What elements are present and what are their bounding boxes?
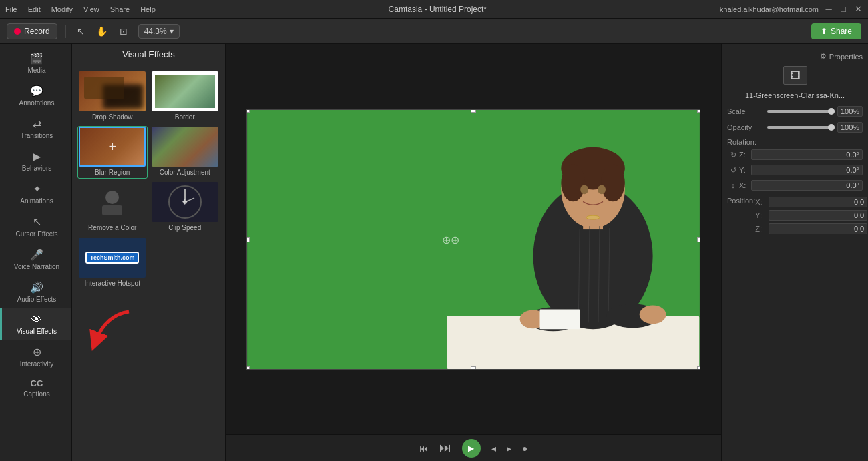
sidebar-item-audio[interactable]: 🔊 Audio Effects bbox=[0, 276, 71, 308]
share-label: Share bbox=[831, 27, 852, 36]
position-inputs: X: Y: Z: bbox=[755, 197, 867, 234]
sidebar-item-label-behaviors: Behaviors bbox=[22, 165, 51, 172]
menu-view[interactable]: View bbox=[83, 5, 99, 13]
handle-tc[interactable] bbox=[471, 109, 476, 113]
menu-edit[interactable]: Edit bbox=[28, 5, 41, 13]
pointer-tool[interactable]: ↖ bbox=[74, 25, 87, 38]
sidebar-item-captions[interactable]: CC Captions bbox=[0, 373, 71, 403]
svg-point-15 bbox=[580, 185, 588, 194]
rotation-label: Rotation: bbox=[727, 138, 756, 146]
marker-add-button[interactable]: ● bbox=[522, 443, 527, 454]
effect-remove-color[interactable]: Remove a Color bbox=[77, 181, 148, 234]
minimize-button[interactable]: ─ bbox=[824, 5, 833, 14]
sidebar-item-cursor[interactable]: ↖ Cursor Effects bbox=[0, 210, 71, 243]
rotation-label-row: Rotation: bbox=[727, 138, 863, 146]
effect-label-border: Border bbox=[175, 111, 195, 123]
opacity-value[interactable]: 100% bbox=[837, 122, 863, 133]
sidebar-item-visual[interactable]: 👁 Visual Effects bbox=[0, 308, 71, 340]
effect-blur-region[interactable]: + Blur Region bbox=[77, 126, 148, 179]
preview-canvas: ⊕⊕ bbox=[226, 44, 721, 434]
effect-label-drop-shadow: Drop Shadow bbox=[92, 111, 133, 123]
properties-button[interactable]: ⚙ Properties bbox=[820, 52, 863, 61]
annotations-icon: 💬 bbox=[30, 85, 43, 97]
sidebar-item-label-audio: Audio Effects bbox=[17, 296, 57, 303]
effect-thumb-speed: + bbox=[152, 182, 218, 222]
menu-help[interactable]: Help bbox=[140, 5, 156, 13]
handle-bl[interactable] bbox=[246, 366, 250, 370]
effect-thumb-drop-shadow bbox=[79, 71, 146, 111]
menu-bar[interactable]: File Edit Modify View Share Help bbox=[5, 5, 156, 13]
video-frame[interactable]: ⊕⊕ bbox=[246, 109, 700, 370]
svg-rect-1 bbox=[102, 205, 122, 215]
scale-label: Scale bbox=[727, 107, 767, 115]
effect-clip-speed[interactable]: + Clip Speed bbox=[150, 181, 220, 234]
sidebar-item-animations[interactable]: ✦ Animations bbox=[0, 177, 71, 210]
svg-point-13 bbox=[561, 164, 585, 201]
user-account[interactable]: khaled.alkhudar@hotmail.com bbox=[720, 5, 819, 13]
effect-thumb-hotspot: TechSmith.com bbox=[79, 238, 146, 278]
transitions-icon: ⇄ bbox=[33, 117, 41, 130]
rotation-x-input[interactable] bbox=[751, 180, 863, 191]
scale-slider[interactable] bbox=[767, 110, 835, 113]
sidebar-item-label-captions: Captions bbox=[23, 390, 49, 398]
play-button[interactable]: ▶ bbox=[462, 439, 481, 458]
hand-tool[interactable]: ✋ bbox=[95, 25, 109, 38]
effect-color-adjustment[interactable]: Color Adjustment bbox=[150, 126, 220, 179]
menu-modify[interactable]: Modify bbox=[51, 5, 73, 13]
next-marker-button[interactable]: ▸ bbox=[507, 443, 511, 454]
step-back-button[interactable]: ⏮ bbox=[419, 443, 429, 454]
opacity-slider-wrap: 100% bbox=[767, 122, 863, 133]
sidebar: 🎬 Media 💬 Annotations ⇄ Transitions ▶ Be… bbox=[0, 44, 72, 461]
handle-mr[interactable] bbox=[697, 237, 700, 242]
sidebar-item-transitions[interactable]: ⇄ Transitions bbox=[0, 112, 71, 145]
handle-tl[interactable] bbox=[246, 109, 250, 113]
arrow-container bbox=[72, 295, 225, 364]
prev-marker-button[interactable]: ◂ bbox=[491, 443, 496, 454]
trim-tool[interactable]: ⊡ bbox=[117, 25, 130, 38]
effect-interactive-hotspot[interactable]: TechSmith.com Interactive Hotspot bbox=[77, 237, 148, 290]
effect-border[interactable]: Border bbox=[150, 71, 220, 123]
opacity-row: Opacity 100% bbox=[727, 122, 863, 133]
scale-value[interactable]: 100% bbox=[837, 106, 863, 117]
handle-tr[interactable] bbox=[697, 109, 700, 113]
captions-icon: CC bbox=[31, 378, 43, 388]
sidebar-item-annotations[interactable]: 💬 Annotations bbox=[0, 79, 71, 112]
handle-ml[interactable] bbox=[246, 237, 250, 242]
rotation-z-input[interactable] bbox=[751, 149, 863, 160]
share-button[interactable]: ⬆ Share bbox=[811, 23, 861, 39]
sidebar-item-narration[interactable]: 🎤 Voice Narration bbox=[0, 243, 71, 276]
sidebar-item-media[interactable]: 🎬 Media bbox=[0, 47, 71, 79]
frame-back-button[interactable]: ⏭ bbox=[439, 441, 451, 455]
effect-label-color: Color Adjustment bbox=[160, 167, 210, 178]
zoom-dropdown-icon: ▾ bbox=[170, 27, 174, 36]
clip-icon-row: 🎞 bbox=[727, 66, 863, 85]
close-button[interactable]: ✕ bbox=[853, 5, 863, 14]
handle-bc[interactable] bbox=[471, 366, 476, 370]
narration-icon: 🎤 bbox=[30, 248, 43, 261]
rotation-z-icon: ↻ bbox=[727, 149, 739, 161]
effect-thumb-color bbox=[152, 127, 218, 167]
rotation-y-label: Y: bbox=[739, 166, 751, 174]
zoom-control[interactable]: 44.3% ▾ bbox=[138, 24, 180, 39]
scale-row: Scale 100% bbox=[727, 106, 863, 117]
rotation-y-input[interactable] bbox=[751, 165, 863, 175]
position-y-input[interactable] bbox=[769, 210, 867, 221]
rotation-y-icon: ↺ bbox=[727, 164, 739, 176]
maximize-button[interactable]: □ bbox=[839, 5, 848, 14]
rotation-x-row: ↕ X: bbox=[727, 179, 863, 191]
position-z-input[interactable] bbox=[769, 223, 867, 234]
opacity-slider[interactable] bbox=[767, 126, 835, 129]
menu-share[interactable]: Share bbox=[110, 5, 130, 13]
menu-file[interactable]: File bbox=[5, 5, 17, 13]
svg-rect-26 bbox=[539, 309, 580, 329]
position-z-label: Z: bbox=[755, 225, 766, 233]
effect-label-remove: Remove a Color bbox=[88, 222, 136, 234]
sidebar-item-label-visual: Visual Effects bbox=[17, 328, 57, 335]
effect-drop-shadow[interactable]: Drop Shadow bbox=[77, 71, 148, 123]
record-button[interactable]: Record bbox=[7, 23, 57, 39]
handle-br[interactable] bbox=[697, 366, 700, 370]
sidebar-item-behaviors[interactable]: ▶ Behaviors bbox=[0, 145, 71, 177]
position-x-input[interactable] bbox=[769, 197, 867, 207]
sidebar-item-interactivity[interactable]: ⊕ Interactivity bbox=[0, 340, 71, 373]
effect-label-hotspot: Interactive Hotspot bbox=[85, 278, 140, 289]
